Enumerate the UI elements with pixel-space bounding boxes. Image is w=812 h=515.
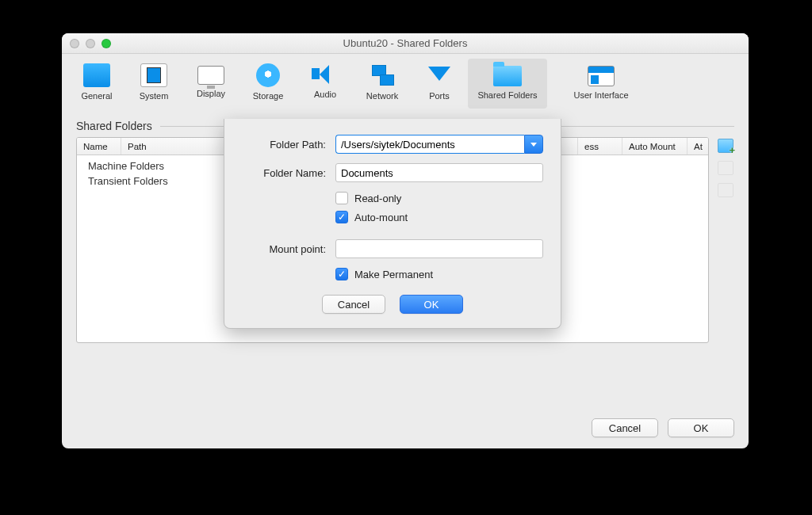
folder-name-input[interactable]: [335, 163, 543, 182]
folder-path-input[interactable]: [335, 135, 524, 154]
cancel-button[interactable]: Cancel: [592, 418, 658, 437]
window-title: Ubuntu20 - Shared Folders: [62, 37, 749, 49]
monitor-icon: [83, 63, 110, 87]
folder-icon: [493, 66, 522, 86]
disk-icon: [256, 63, 280, 87]
make-permanent-label: Make Permanent: [354, 269, 433, 280]
tab-user-interface[interactable]: User Interface: [561, 59, 641, 109]
dialog-cancel-button[interactable]: Cancel: [322, 295, 385, 314]
auto-mount-checkbox[interactable]: [335, 211, 348, 223]
add-folder-button[interactable]: [718, 139, 733, 153]
window-footer: Cancel OK: [76, 409, 734, 437]
settings-toolbar: General System Display Storage Audio Net…: [62, 54, 749, 109]
edit-folder-button: [718, 161, 733, 175]
titlebar: Ubuntu20 - Shared Folders: [62, 33, 749, 54]
tab-system[interactable]: System: [125, 59, 182, 109]
mount-point-input[interactable]: [335, 239, 543, 258]
display-icon: [197, 66, 224, 85]
ports-icon: [426, 63, 453, 87]
make-permanent-checkbox[interactable]: [335, 268, 348, 280]
table-toolbar: [717, 137, 734, 409]
close-window-button[interactable]: [70, 39, 79, 48]
tab-network[interactable]: Network: [354, 59, 411, 109]
chip-icon: [140, 63, 167, 87]
col-at[interactable]: At: [688, 138, 708, 154]
window-controls: [62, 39, 111, 48]
read-only-checkbox[interactable]: [335, 192, 348, 204]
speaker-icon: [312, 63, 339, 86]
ok-button[interactable]: OK: [668, 418, 734, 437]
folder-path-combo: [335, 135, 543, 154]
col-access[interactable]: ess: [578, 138, 622, 154]
label-mount-point: Mount point:: [242, 243, 335, 255]
section-title: Shared Folders: [76, 120, 152, 132]
tab-general[interactable]: General: [68, 59, 125, 109]
auto-mount-label: Auto-mount: [354, 212, 408, 223]
label-folder-path: Folder Path:: [242, 139, 335, 151]
tab-shared-folders[interactable]: Shared Folders: [468, 59, 547, 109]
col-automount[interactable]: Auto Mount: [622, 138, 688, 154]
label-folder-name: Folder Name:: [242, 167, 335, 179]
window-layout-icon: [588, 66, 615, 86]
remove-folder-button: [718, 183, 733, 197]
tab-ports[interactable]: Ports: [411, 59, 468, 109]
tab-display[interactable]: Display: [182, 59, 239, 109]
col-name[interactable]: Name: [77, 138, 121, 154]
minimize-window-button[interactable]: [86, 39, 95, 48]
tab-storage[interactable]: Storage: [239, 59, 297, 109]
dialog-ok-button[interactable]: OK: [400, 295, 463, 314]
folder-path-dropdown[interactable]: [524, 135, 543, 154]
zoom-window-button[interactable]: [102, 39, 111, 48]
network-icon: [369, 63, 396, 87]
read-only-label: Read-only: [354, 193, 401, 204]
add-share-dialog: Folder Path: Folder Name: Read-only Auto…: [224, 119, 561, 329]
tab-audio[interactable]: Audio: [297, 59, 354, 109]
